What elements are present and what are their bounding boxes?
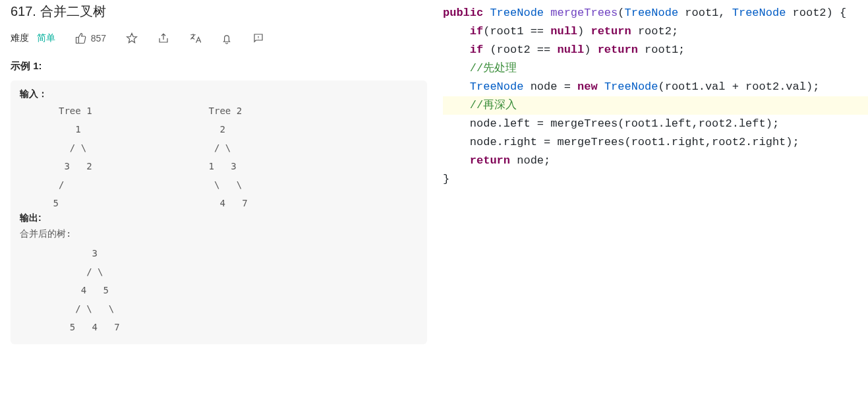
problem-pane: 617. 合并二叉树 难度 简单 857 (0, 0, 435, 397)
type-treenode-ctor: TreeNode (604, 80, 658, 93)
if2b: ) (584, 44, 597, 56)
input-trees: Tree 1 Tree 2 1 2 / \ / \ 3 2 1 3 / \ \ … (20, 102, 418, 212)
line-right: node.right = mergeTrees(root1.right,root… (470, 136, 799, 148)
difficulty-value: 简单 (37, 32, 55, 43)
example-heading: 示例 1: (11, 60, 427, 73)
notify-button[interactable] (221, 32, 233, 44)
kw-null1: null (550, 25, 577, 38)
code-editor[interactable]: public TreeNode mergeTrees(TreeNode root… (443, 4, 868, 189)
sig-mid: root1, (678, 7, 732, 19)
if1a: (root1 == (483, 25, 550, 38)
comment-1: //先处理 (470, 62, 517, 75)
feedback-icon (252, 32, 264, 44)
favorite-button[interactable] (126, 32, 138, 44)
input-label: 输入： (20, 88, 47, 99)
difficulty-label: 难度 (11, 32, 29, 43)
sig-open: ( (618, 7, 624, 19)
kw-return2: return (598, 44, 638, 56)
type-treenode: TreeNode (490, 7, 544, 19)
ret-node: node; (510, 154, 550, 167)
translate-icon (189, 32, 201, 44)
bell-icon (221, 32, 233, 44)
share-icon (158, 32, 169, 44)
type-treenode-p2: TreeNode (732, 7, 786, 19)
output-sub: 合并后的树: (20, 224, 418, 243)
if2a: (root2 == (483, 44, 557, 56)
type-treenode-decl: TreeNode (470, 80, 524, 93)
problem-title-text: 合并二叉树 (40, 4, 106, 18)
kw-public: public (443, 7, 483, 19)
fn-mergetrees: mergeTrees (550, 7, 618, 19)
code-pane[interactable]: public TreeNode mergeTrees(TreeNode root… (435, 0, 868, 397)
feedback-button[interactable] (252, 32, 264, 44)
problem-title: 617. 合并二叉树 (11, 0, 427, 24)
meta-row: 难度 简单 857 (11, 24, 427, 56)
app-container: 617. 合并二叉树 难度 简单 857 (0, 0, 868, 397)
new-a: node = (523, 80, 577, 93)
new-b: (root1.val + root2.val); (658, 80, 820, 93)
kw-null2: null (557, 44, 584, 56)
comment-2: //再深入 (470, 99, 517, 111)
if2c: root1; (638, 44, 685, 56)
kw-return1: return (591, 25, 631, 38)
share-button[interactable] (158, 32, 169, 44)
kw-if1: if (470, 25, 483, 38)
kw-new: new (577, 80, 598, 93)
output-label: 输出: (20, 212, 42, 223)
like-button[interactable]: 857 (75, 32, 106, 44)
if1c: root2; (631, 25, 678, 38)
if1b: ) (577, 25, 591, 38)
thumbs-up-icon (75, 32, 87, 44)
difficulty-block: 难度 简单 (11, 32, 55, 44)
brace-close: } (443, 173, 449, 185)
line-left: node.left = mergeTrees(root1.left,root2.… (470, 117, 779, 130)
type-treenode-p1: TreeNode (624, 7, 678, 19)
kw-if2: if (470, 44, 483, 56)
like-count: 857 (91, 33, 106, 44)
example-block: 输入： Tree 1 Tree 2 1 2 / \ / \ 3 2 1 3 / (11, 80, 427, 344)
problem-number: 617. (11, 4, 36, 18)
kw-return3: return (470, 154, 510, 167)
sig-end: root2) { (786, 7, 846, 19)
translate-button[interactable] (189, 32, 201, 44)
merged-tree: 3 / \ 4 5 / \ \ 5 4 7 (20, 244, 418, 336)
star-icon (126, 32, 138, 44)
